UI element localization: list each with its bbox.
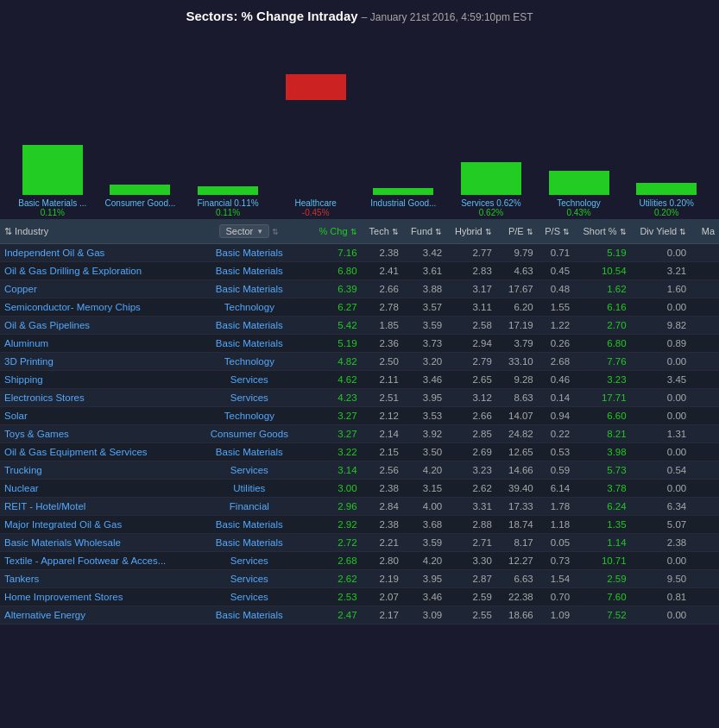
table-cell: Aluminum [0, 335, 188, 353]
th-pe[interactable]: P/E ⇅ [496, 219, 538, 244]
table-row[interactable]: Major Integrated Oil & GasBasic Material… [0, 516, 719, 534]
table-cell: 2.55 [446, 606, 496, 624]
table-cell [691, 244, 719, 262]
chart-label-value: 0.62% [447, 208, 535, 217]
table-cell: 2.83 [446, 262, 496, 280]
table-cell: Oil & Gas Equipment & Services [0, 443, 188, 461]
table-row[interactable]: 3D PrintingTechnology4.822.503.202.7933.… [0, 353, 719, 371]
table-cell: 5.73 [574, 461, 631, 480]
table-cell: 0.94 [538, 407, 574, 425]
table-row[interactable]: CopperBasic Materials6.392.663.883.1717.… [0, 280, 719, 298]
table-row[interactable]: TankersServices2.622.193.952.876.631.542… [0, 570, 719, 588]
th-ps[interactable]: P/S ⇅ [538, 219, 574, 244]
table-cell: 3.00 [311, 480, 362, 498]
chart-label[interactable]: Basic Materials ...0.11% [9, 198, 97, 217]
chart-label-name: Industrial Good... [360, 198, 448, 208]
table-cell: 9.79 [496, 244, 538, 262]
th-tech[interactable]: Tech ⇅ [362, 219, 403, 244]
table-row[interactable]: Oil & Gas Drilling & ExplorationBasic Ma… [0, 262, 719, 280]
bar-group[interactable] [97, 48, 185, 195]
table-cell: Alternative Energy [0, 606, 188, 624]
table-cell: 5.19 [311, 335, 362, 353]
th-short[interactable]: Short % ⇅ [574, 219, 631, 244]
table-row[interactable]: Semiconductor- Memory ChipsTechnology6.2… [0, 298, 719, 317]
table-cell: Independent Oil & Gas [0, 244, 188, 262]
table-row[interactable]: REIT - Hotel/MotelFinancial2.962.844.003… [0, 498, 719, 516]
th-fund[interactable]: Fund ⇅ [403, 219, 446, 244]
table-row[interactable]: ShippingServices4.622.113.462.659.280.46… [0, 371, 719, 389]
chart-label[interactable]: Services 0.62%0.62% [447, 198, 535, 217]
table-cell: Services [188, 371, 311, 389]
bar-group[interactable] [272, 48, 360, 195]
table-cell [691, 443, 719, 461]
table-cell: Consumer Goods [188, 425, 311, 443]
table-cell: 8.17 [496, 534, 538, 552]
table-cell: 17.19 [496, 317, 538, 335]
bar-group[interactable] [535, 48, 623, 195]
table-cell: 17.33 [496, 498, 538, 516]
table-cell: 0.00 [631, 244, 691, 262]
table-row[interactable]: Alternative EnergyBasic Materials2.472.1… [0, 606, 719, 624]
bar-group[interactable] [184, 48, 272, 195]
bar-group[interactable] [360, 48, 448, 195]
sector-filter-button[interactable]: Sector ▼ [219, 224, 269, 238]
table-cell: 6.63 [496, 570, 538, 588]
table-cell: 9.50 [631, 570, 691, 588]
table-row[interactable]: AluminumBasic Materials5.192.363.732.943… [0, 335, 719, 353]
table-cell: Basic Materials [188, 443, 311, 461]
table-row[interactable]: Textile - Apparel Footwear & Acces...Ser… [0, 552, 719, 570]
th-pct-chg[interactable]: % Chg ⇅ [311, 219, 362, 244]
table-row[interactable]: Independent Oil & GasBasic Materials7.16… [0, 244, 719, 262]
table-cell: 12.65 [496, 443, 538, 461]
table-cell: 6.20 [496, 298, 538, 317]
table-row[interactable]: Oil & Gas PipelinesBasic Materials5.421.… [0, 317, 719, 335]
chart-label[interactable]: Technology0.43% [535, 198, 623, 217]
table-cell [691, 298, 719, 317]
table-cell: 0.00 [631, 353, 691, 371]
table-cell: 0.00 [631, 606, 691, 624]
chart-label[interactable]: Consumer Good... [97, 198, 185, 217]
table-cell: 2.14 [362, 425, 403, 443]
table-cell: Nuclear [0, 480, 188, 498]
bar-group[interactable] [447, 48, 535, 195]
th-div-yield[interactable]: Div Yield ⇅ [631, 219, 691, 244]
th-ma[interactable]: Ma [691, 219, 719, 244]
chart-label[interactable]: Utilities 0.20%0.20% [622, 198, 710, 217]
table-cell: Technology [188, 407, 311, 425]
table-cell: Solar [0, 407, 188, 425]
table-cell: 3.73 [403, 335, 446, 353]
bar-rect [373, 188, 433, 195]
table-cell: 1.22 [538, 317, 574, 335]
table-row[interactable]: Toys & GamesConsumer Goods3.272.143.922.… [0, 425, 719, 443]
table-row[interactable]: Home Improvement StoresServices2.532.073… [0, 588, 719, 606]
table-cell: Services [188, 588, 311, 606]
table-row[interactable]: NuclearUtilities3.002.383.152.6239.406.1… [0, 480, 719, 498]
table-cell [691, 498, 719, 516]
table-row[interactable]: SolarTechnology3.272.123.532.6614.070.94… [0, 407, 719, 425]
bar-group[interactable] [622, 48, 710, 195]
table-row[interactable]: Electronics StoresServices4.232.513.953.… [0, 389, 719, 407]
table-cell: 2.68 [311, 552, 362, 570]
chart-label-value: 0.11% [184, 208, 272, 217]
chart-label[interactable]: Industrial Good... [360, 198, 448, 217]
title-bold: Sectors: % Change Intraday [186, 9, 357, 23]
table-cell: 3.59 [403, 317, 446, 335]
th-hybrid[interactable]: Hybrid ⇅ [446, 219, 496, 244]
table-row[interactable]: Oil & Gas Equipment & ServicesBasic Mate… [0, 443, 719, 461]
chart-label[interactable]: Financial 0.11%0.11% [184, 198, 272, 217]
table-row[interactable]: TruckingServices3.142.564.203.2314.660.5… [0, 461, 719, 480]
table-cell: 2.59 [574, 570, 631, 588]
table-cell: 1.55 [538, 298, 574, 317]
th-sector[interactable]: Sector ▼ ⇅ [188, 219, 311, 244]
table-cell: 2.38 [362, 244, 403, 262]
table-cell: Financial [188, 498, 311, 516]
table-cell [691, 461, 719, 480]
chart-label[interactable]: Healthcare-0.45% [272, 198, 360, 217]
th-industry[interactable]: ⇅ Industry [0, 219, 188, 244]
table-cell: 0.59 [538, 461, 574, 480]
table-cell: 2.96 [311, 498, 362, 516]
table-cell: 7.16 [311, 244, 362, 262]
table-cell: 1.62 [574, 280, 631, 298]
table-row[interactable]: Basic Materials WholesaleBasic Materials… [0, 534, 719, 552]
bar-group[interactable] [9, 48, 97, 195]
